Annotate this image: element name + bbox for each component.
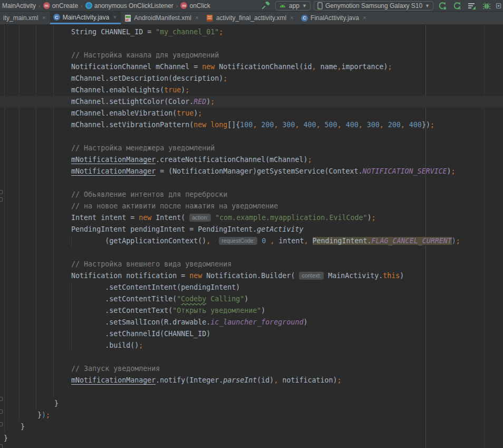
code-line[interactable]: mNotificationManager.createNotificationC… <box>0 154 503 166</box>
device-selector-label: Genymotion Samsung Galaxy S10 <box>325 2 422 9</box>
code-token: getActivity <box>257 225 303 233</box>
breadcrumb-label: onClick <box>189 2 210 9</box>
parameter-hint: context: <box>299 272 324 280</box>
apply-changes-icon[interactable] <box>437 1 448 11</box>
code-line[interactable]: }); <box>0 409 503 421</box>
code-token: ; <box>430 121 434 129</box>
code-line[interactable] <box>0 386 503 398</box>
build-hammer-icon[interactable] <box>260 1 272 11</box>
code-token: , <box>295 121 299 129</box>
code-line[interactable] <box>0 247 503 259</box>
close-icon[interactable]: × <box>363 14 366 22</box>
code-line[interactable]: .setChannelId(CHANNEL_ID) <box>0 328 503 340</box>
debug-bug-icon[interactable] <box>481 1 492 11</box>
code-token: FLAG_CANCEL_CURRENT <box>372 237 452 245</box>
tab-AndroidManifest.xml[interactable]: AndroidManifest.xml× <box>121 12 203 24</box>
close-icon[interactable]: × <box>113 14 117 21</box>
code-line[interactable]: } <box>0 433 503 444</box>
code-token: ; <box>456 237 460 245</box>
java-class-icon: C <box>53 14 60 21</box>
code-line[interactable]: } <box>0 398 503 409</box>
fold-marker[interactable] <box>0 397 3 401</box>
device-selector[interactable]: Genymotion Samsung Galaxy S10 ▼ <box>314 1 433 11</box>
fold-marker[interactable] <box>0 190 3 194</box>
code-line[interactable]: // Запуск уведомления <box>0 363 503 375</box>
close-icon[interactable]: × <box>195 14 199 22</box>
code-line[interactable]: // Настройка менеджера уведомлений <box>0 142 503 154</box>
code-line[interactable]: .setContentText("Открыть уведомление") <box>0 305 503 317</box>
code-token: Calling" <box>206 295 244 303</box>
code-token: 300 <box>367 121 380 129</box>
fold-marker[interactable] <box>0 444 3 448</box>
tab-FinalActtivity.java[interactable]: CFinalActtivity.java× <box>298 12 371 24</box>
code-line[interactable]: .setContentIntent(pendingIntent) <box>0 282 503 293</box>
code-token: "Открыть уведомление" <box>172 307 261 314</box>
code-line[interactable]: // на новое активити после нажатия на ув… <box>0 201 503 212</box>
code-line[interactable]: mNotificationManager.notify(Integer.pars… <box>0 375 503 386</box>
fold-marker[interactable] <box>0 422 3 426</box>
code-line[interactable]: NotificationChannel mChannel = new Notif… <box>0 61 503 73</box>
code-line[interactable]: mChannel.setVibrationPattern(new long[]{… <box>0 119 503 131</box>
breadcrumb-item[interactable]: MainActivity <box>1 2 37 9</box>
fold-marker[interactable] <box>0 409 3 414</box>
code-token: ) <box>303 318 307 326</box>
code-line[interactable]: PendingIntent pendingIntent = PendingInt… <box>0 224 503 235</box>
code-token: } <box>37 411 42 419</box>
code-line[interactable] <box>0 177 503 189</box>
code-token: } <box>21 423 25 431</box>
code-token: 400 <box>346 121 359 129</box>
fold-marker[interactable] <box>0 197 3 202</box>
profiler-icon[interactable] <box>466 1 478 11</box>
code-token: mNotificationManager <box>71 376 156 384</box>
code-line[interactable]: .build(); <box>0 340 503 351</box>
code-token: 500 <box>325 121 337 129</box>
code-token: // Настройка менеджера уведомлений <box>71 144 215 152</box>
code-line[interactable]: mChannel.enableVibration(true); <box>0 108 503 119</box>
code-line[interactable] <box>0 351 503 363</box>
code-token: .setContentIntent(pendingIntent) <box>105 283 240 291</box>
module-selector[interactable]: app ▼ <box>275 1 311 11</box>
code-token: } <box>54 399 59 407</box>
close-icon[interactable]: × <box>290 14 294 22</box>
code-line[interactable]: Notification notification = new Notifica… <box>0 270 503 282</box>
code-token: new <box>139 214 151 222</box>
code-token: new long <box>194 121 227 129</box>
breadcrumb-item[interactable]: monCreate <box>42 2 79 9</box>
code-line[interactable]: .setSmallIcon(R.drawable.ic_launcher_for… <box>0 317 503 328</box>
code-token: 200 <box>261 121 274 129</box>
code-line[interactable] <box>0 131 503 142</box>
code-token: []{ <box>227 121 240 129</box>
code-token: ) <box>261 307 265 314</box>
tab-activity_final_acttivity.xml[interactable]: activity_final_acttivity.xml× <box>203 12 298 24</box>
code-token <box>405 121 409 129</box>
code-line[interactable]: // Обьявление интентов для переброски <box>0 189 503 201</box>
tab-label: AndroidManifest.xml <box>134 14 191 22</box>
tab-MainActivity.java[interactable]: CMainActivity.java× <box>50 12 121 24</box>
code-token: NotificationChannel(id <box>215 63 312 71</box>
method-icon: m <box>180 2 187 9</box>
close-icon[interactable]: × <box>42 14 46 22</box>
code-token: , <box>359 121 363 129</box>
breadcrumb-item[interactable]: monClick <box>179 2 211 9</box>
code-line[interactable] <box>0 38 503 50</box>
code-line[interactable]: // Настройка внешнего вида уведомления <box>0 259 503 270</box>
code-line[interactable]: mNotificationManager = (NotificationMana… <box>0 166 503 177</box>
code-line[interactable]: (getApplicationContext(), requestCode: 0… <box>0 235 503 247</box>
code-line[interactable]: String CHANNEL_ID = "my_channel_01"; <box>0 26 503 38</box>
code-line[interactable]: } <box>0 421 503 433</box>
code-line[interactable]: mChannel.setLightColor(Color.RED); <box>0 96 503 108</box>
code-token: NotificationChannel mChannel = <box>71 63 202 71</box>
code-line[interactable]: .setContentTitle("Codeby Calling") <box>0 293 503 305</box>
code-line[interactable]: // Настройка канала для уведомлений <box>0 50 503 61</box>
code-editor[interactable]: String CHANNEL_ID = "my_channel_01"; // … <box>0 25 503 448</box>
apply-code-changes-icon[interactable]: A <box>451 1 463 11</box>
code-line[interactable]: Intent intent = new Intent( action: "com… <box>0 212 503 224</box>
breadcrumb-label: MainActivity <box>2 2 36 9</box>
code-token: 200 <box>388 121 401 129</box>
code-line[interactable]: mChannel.setDescription(description); <box>0 73 503 84</box>
code-token: // на новое активити после нажатия на ув… <box>71 202 278 210</box>
tab-ity_main.xml[interactable]: ity_main.xml× <box>0 12 50 24</box>
code-line[interactable]: mChannel.enableLights(true); <box>0 84 503 96</box>
attach-debugger-icon[interactable] <box>496 1 502 11</box>
breadcrumb-item[interactable]: anonymous OnClickListener <box>84 2 175 9</box>
